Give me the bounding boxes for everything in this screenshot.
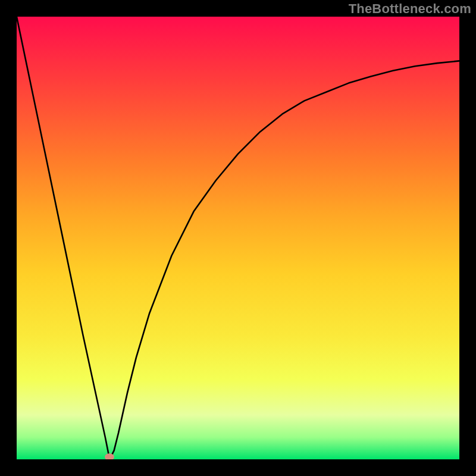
- watermark-link[interactable]: TheBottleneck.com: [349, 1, 471, 17]
- chart-container: TheBottleneck.com: [0, 0, 476, 476]
- curve-path: [17, 17, 459, 459]
- plot-area: [17, 17, 459, 459]
- minimum-marker: [105, 453, 114, 459]
- curve-svg: [17, 17, 459, 459]
